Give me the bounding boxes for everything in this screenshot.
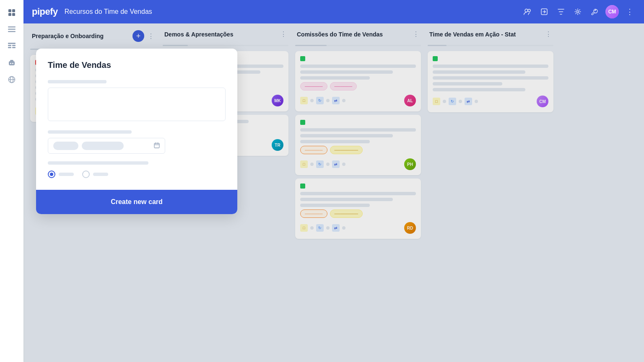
avatar-initials: RD [407, 226, 413, 230]
card-avatar: PH [404, 158, 416, 170]
card-icon-1: □ [300, 224, 308, 232]
label-chip2 [72, 80, 106, 83]
board: Preparação e Onboarding + ⋮ [23, 23, 644, 362]
card-line [300, 192, 416, 195]
date-chip-2 [82, 142, 124, 150]
column-2-progress [163, 45, 288, 46]
card-3-2: ────── ──────── □ ↻ ⇄ PH [295, 115, 421, 175]
svg-point-20 [528, 9, 530, 12]
column-1-title: Preparação e Onboarding [32, 33, 129, 39]
date-input-field[interactable] [48, 138, 165, 154]
card-avatar: RD [404, 222, 416, 234]
card-line [300, 134, 393, 137]
avatar-initials: TR [275, 143, 280, 147]
radio-label-2 [93, 173, 108, 176]
card-4-1: □ ↻ ⇄ CM [428, 51, 553, 112]
column-3: Comissões do Time de Vendas ⋮ ────── ───… [295, 30, 421, 355]
column-1-header: Preparação e Onboarding + ⋮ [30, 30, 156, 45]
svg-rect-0 [8, 9, 11, 12]
card-icon-3: ⇄ [465, 98, 472, 105]
avatar-initials: PH [407, 162, 413, 167]
svg-rect-3 [12, 13, 15, 16]
card-3-1: ────── ────── □ ↻ ⇄ AL [295, 51, 421, 111]
card-footer-icons: □ ↻ ⇄ [433, 98, 478, 105]
user-avatar[interactable]: CM [605, 5, 619, 18]
card-line [300, 128, 416, 132]
badge-orange: ────── [300, 146, 327, 154]
settings-icon[interactable] [572, 6, 584, 18]
card-title-textarea[interactable] [48, 88, 226, 121]
radio-circle-2 [82, 171, 90, 178]
sidebar-icon-globe[interactable] [4, 72, 19, 87]
card-4-1-tags [433, 56, 548, 61]
badge-orange: ────── [300, 209, 327, 218]
card-footer-icons: □ ↻ ⇄ [300, 97, 345, 104]
card-avatar: TR [272, 139, 283, 151]
radio-circle-1 [48, 171, 55, 178]
card-icon-3: ⇄ [332, 97, 340, 104]
wrench-icon[interactable] [589, 6, 600, 18]
sidebar-icon-list[interactable] [4, 22, 19, 37]
create-card-button[interactable]: Create new card [36, 190, 237, 214]
card-icon-2: ↻ [316, 224, 324, 232]
create-card-modal: Time de Vendas [36, 49, 237, 214]
modal-title: Time de Vendas [48, 60, 226, 70]
column-4-progress [428, 45, 553, 46]
column-3-menu[interactable]: ⋮ [413, 30, 419, 38]
form-date-label [48, 130, 132, 134]
column-4-title: Time de Vendas em Ação - Stat [429, 31, 542, 38]
badge-yellow: ──────── [330, 146, 363, 154]
card-line [300, 70, 393, 74]
form-card-title-label [48, 80, 106, 83]
card-3-3-footer: □ ↻ ⇄ RD [300, 222, 416, 234]
card-icon-dot [342, 163, 345, 166]
column-2-menu[interactable]: ⋮ [280, 30, 287, 38]
column-1-add-button[interactable]: + [132, 30, 144, 42]
modal-body: Time de Vendas [36, 49, 237, 190]
svg-point-19 [525, 9, 528, 12]
tag-green [300, 120, 305, 125]
svg-point-15 [12, 63, 13, 64]
card-icon-1: □ [300, 160, 308, 168]
svg-rect-6 [8, 31, 16, 32]
card-icon-dot [326, 226, 330, 230]
card-icon-2: ↻ [316, 97, 324, 104]
calendar-icon [154, 142, 160, 150]
card-icon-dot [475, 100, 478, 103]
card-icon-1: □ [433, 98, 440, 105]
svg-rect-5 [8, 29, 16, 30]
users-icon[interactable] [522, 6, 533, 18]
column-3-header: Comissões do Time de Vendas ⋮ [295, 30, 421, 41]
card-icon-2: ↻ [449, 98, 456, 105]
column-3-progress-fill [295, 45, 327, 46]
card-line [433, 70, 525, 74]
radio-option-1[interactable] [48, 171, 74, 178]
radio-option-2[interactable] [82, 171, 108, 178]
card-icon-dot [310, 163, 314, 166]
sidebar-icon-table[interactable] [4, 39, 19, 54]
filter-icon[interactable] [555, 6, 567, 18]
card-3-3-tags [300, 184, 416, 189]
header-more-icon[interactable]: ⋮ [624, 6, 636, 18]
card-footer-icons: □ ↻ ⇄ [300, 160, 345, 168]
tag-green [300, 184, 305, 189]
tag-green [300, 56, 305, 61]
sidebar-icon-bot[interactable] [4, 55, 19, 70]
card-line [300, 198, 393, 201]
export-icon[interactable] [538, 6, 550, 18]
column-4-header: Time de Vendas em Ação - Stat ⋮ [428, 30, 553, 41]
date-input-chips [53, 142, 124, 150]
card-icon-dot [310, 99, 314, 102]
card-icon-dot [443, 100, 446, 103]
column-4-menu[interactable]: ⋮ [545, 30, 552, 38]
column-2-title: Demos & Apresentações [164, 31, 277, 38]
card-line [433, 76, 548, 80]
sidebar-icon-grid[interactable] [4, 5, 19, 20]
create-card-label: Create new card [111, 198, 163, 206]
card-line [433, 65, 548, 68]
card-3-1-tags [300, 56, 416, 61]
card-3-3: ────── ──────── □ ↻ ⇄ RD [295, 178, 421, 239]
main-content: pipefy Recursos do Time de Vendas [23, 0, 644, 362]
svg-rect-4 [8, 26, 16, 28]
column-1-menu[interactable]: ⋮ [148, 32, 154, 40]
